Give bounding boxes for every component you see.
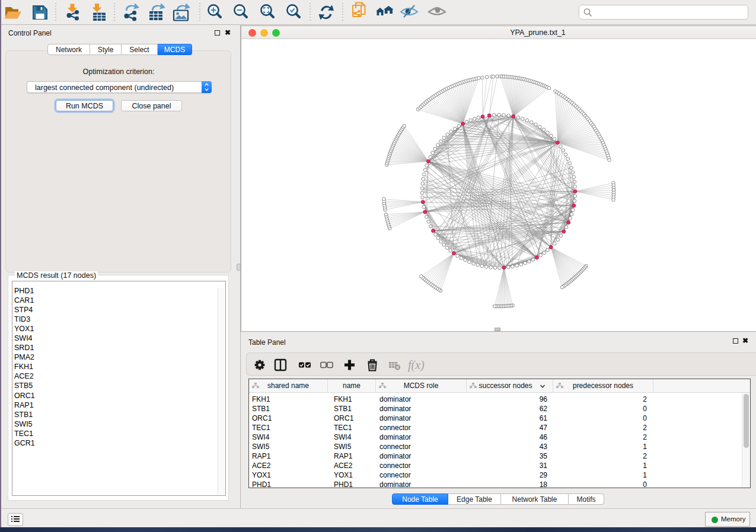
svg-text:f(x): f(x): [408, 358, 425, 372]
